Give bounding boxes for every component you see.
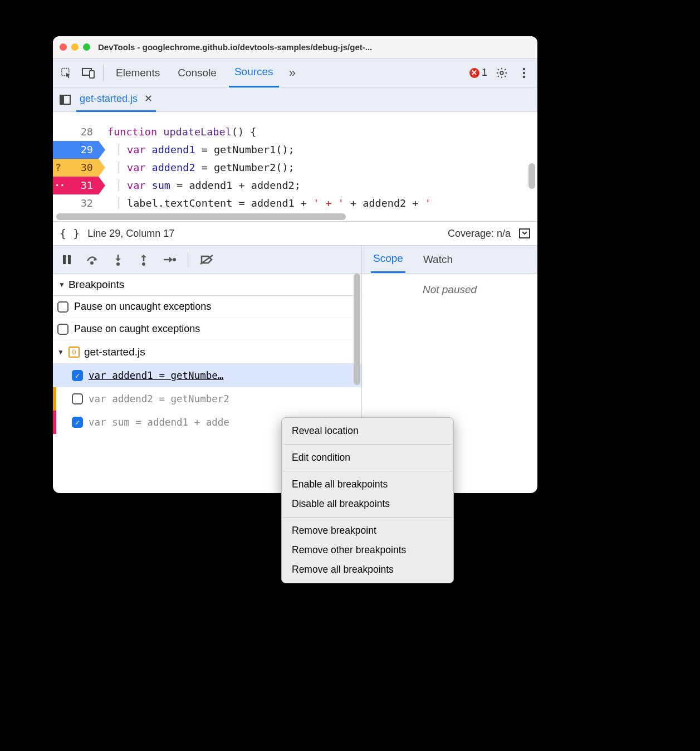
breakpoint-text: var addend1 = getNumbe…: [89, 370, 223, 381]
menu-remove-breakpoint[interactable]: Remove breakpoint: [282, 521, 453, 540]
svg-rect-11: [68, 255, 71, 264]
coverage-status: Coverage: n/a: [448, 228, 511, 240]
breakpoint-text: var addend2 = getNumber2: [89, 393, 229, 404]
vertical-scrollbar[interactable]: [528, 163, 535, 189]
svg-point-12: [90, 261, 94, 265]
file-tab-label: get-started.js: [80, 93, 138, 105]
pause-uncaught-checkbox[interactable]: [57, 301, 68, 313]
tab-sources[interactable]: Sources: [229, 58, 279, 87]
minimize-window-button[interactable]: [71, 43, 79, 51]
tab-scope[interactable]: Scope: [371, 246, 405, 273]
panel-scrollbar[interactable]: [354, 274, 360, 385]
code-line-29[interactable]: 29 var addend1 = getNumber1();: [53, 141, 537, 159]
editor-statusbar: { } Line 29, Column 17 Coverage: n/a: [53, 221, 537, 246]
breakpoint-color-stripe: [53, 387, 56, 411]
breakpoint-checkbox[interactable]: [72, 417, 83, 428]
right-panel-tabs: Scope Watch: [362, 246, 537, 274]
traffic-lights: [60, 43, 90, 51]
inspect-element-icon[interactable]: [58, 65, 74, 81]
toggle-drawer-icon[interactable]: [518, 228, 531, 239]
menu-edit-condition[interactable]: Edit condition: [282, 448, 453, 467]
pause-caught-checkbox[interactable]: [57, 324, 68, 335]
menu-separator: [283, 471, 452, 471]
svg-rect-2: [90, 71, 94, 78]
tab-watch[interactable]: Watch: [421, 247, 455, 272]
code-line-28[interactable]: 28 function updateLabel() {: [53, 123, 537, 141]
pause-icon[interactable]: [60, 252, 74, 267]
more-menu-icon[interactable]: [516, 65, 532, 81]
tab-console[interactable]: Console: [172, 59, 222, 87]
horizontal-scrollbar[interactable]: [56, 213, 346, 220]
menu-remove-all[interactable]: Remove all breakpoints: [282, 560, 453, 579]
breakpoint-item-1[interactable]: var addend1 = getNumbe…: [53, 364, 361, 387]
pretty-print-icon[interactable]: { }: [60, 227, 80, 240]
menu-disable-all[interactable]: Disable all breakpoints: [282, 494, 453, 514]
not-paused-message: Not paused: [362, 274, 537, 306]
step-over-icon[interactable]: [85, 252, 100, 267]
pause-caught-label: Pause on caught exceptions: [74, 323, 200, 335]
gutter-29-breakpoint[interactable]: 29: [53, 141, 99, 159]
breakpoint-color-stripe: [53, 411, 56, 434]
error-count: 1: [482, 67, 487, 79]
breakpoint-checkbox[interactable]: [72, 370, 83, 381]
step-out-icon[interactable]: [136, 252, 151, 267]
tab-elements[interactable]: Elements: [110, 59, 165, 87]
svg-point-6: [523, 75, 525, 77]
svg-point-14: [116, 262, 120, 266]
settings-icon[interactable]: [494, 65, 510, 81]
deactivate-breakpoints-icon[interactable]: [199, 252, 214, 267]
svg-point-3: [500, 71, 503, 75]
code-line-31[interactable]: 31 var sum = addend1 + addend2;: [53, 177, 537, 194]
cursor-position: Line 29, Column 17: [87, 228, 174, 240]
error-badge[interactable]: ✕ 1: [469, 67, 487, 79]
code-line-30[interactable]: 30 var addend2 = getNumber2();: [53, 159, 537, 177]
svg-point-18: [173, 258, 176, 261]
show-navigator-icon[interactable]: [60, 95, 71, 105]
file-tab-get-started[interactable]: get-started.js ✕: [76, 87, 156, 112]
menu-separator: [283, 517, 452, 518]
menu-separator: [283, 444, 452, 445]
svg-point-4: [523, 67, 525, 70]
breakpoints-section-header[interactable]: ▼ Breakpoints: [53, 274, 361, 296]
pause-caught-row[interactable]: Pause on caught exceptions: [53, 318, 361, 340]
pause-uncaught-row[interactable]: Pause on uncaught exceptions: [53, 296, 361, 318]
main-tabbar: Elements Console Sources » ✕ 1: [53, 58, 537, 87]
disclosure-triangle-icon: ▼: [58, 281, 65, 289]
menu-remove-other[interactable]: Remove other breakpoints: [282, 540, 453, 560]
breakpoint-item-2[interactable]: var addend2 = getNumber2: [53, 387, 361, 411]
error-icon: ✕: [469, 68, 479, 78]
breakpoint-checkbox[interactable]: [72, 393, 83, 404]
window-title: DevTools - googlechrome.github.io/devtoo…: [98, 42, 372, 52]
gutter-32[interactable]: 32: [53, 194, 99, 212]
gutter-30-conditional-breakpoint[interactable]: 30: [53, 159, 99, 177]
close-window-button[interactable]: [60, 43, 67, 51]
js-file-icon: [68, 347, 80, 358]
gutter-31-logpoint[interactable]: 31: [53, 177, 99, 194]
pause-uncaught-label: Pause on uncaught exceptions: [74, 301, 211, 313]
debug-toolbar: [53, 246, 361, 274]
svg-rect-8: [60, 95, 64, 104]
step-icon[interactable]: [162, 252, 177, 267]
svg-point-16: [142, 262, 145, 266]
menu-reveal-location[interactable]: Reveal location: [282, 421, 453, 441]
breakpoints-label: Breakpoints: [68, 279, 124, 291]
breakpoint-context-menu: Reveal location Edit condition Enable al…: [281, 417, 454, 583]
breakpoints-file-name: get-started.js: [84, 346, 145, 358]
gutter-28[interactable]: 28: [53, 123, 99, 141]
step-into-icon[interactable]: [111, 252, 125, 267]
svg-point-5: [523, 71, 525, 74]
code-editor[interactable]: 28 function updateLabel() { 29 var adden…: [53, 112, 537, 221]
more-tabs-button[interactable]: »: [286, 66, 299, 80]
code-line-32[interactable]: 32 label.textContent = addend1 + ' + ' +…: [53, 194, 537, 212]
titlebar: DevTools - googlechrome.github.io/devtoo…: [53, 36, 537, 58]
breakpoint-text: var sum = addend1 + adde: [89, 417, 229, 428]
close-tab-icon[interactable]: ✕: [144, 92, 153, 105]
menu-enable-all[interactable]: Enable all breakpoints: [282, 475, 453, 494]
disclosure-triangle-icon: ▼: [57, 348, 64, 356]
svg-rect-10: [63, 255, 66, 264]
file-tabbar: get-started.js ✕: [53, 87, 537, 112]
device-toolbar-icon[interactable]: [81, 65, 96, 81]
maximize-window-button[interactable]: [83, 43, 90, 51]
breakpoints-file-header[interactable]: ▼ get-started.js: [53, 340, 361, 364]
